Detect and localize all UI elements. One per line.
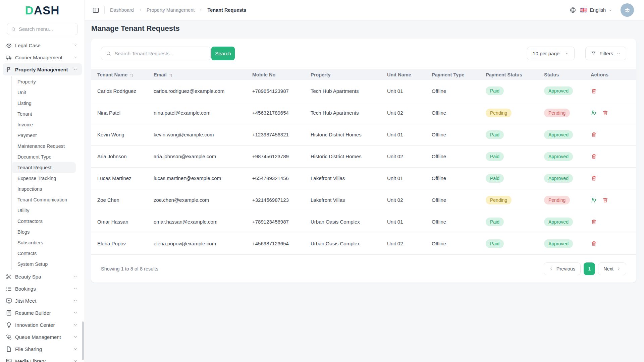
sidebar-item-innovation-center[interactable]: Innovation Center	[3, 319, 82, 331]
sidebar-subitem-utility[interactable]: Utility	[12, 205, 76, 216]
payment-type-cell: Offline	[432, 80, 486, 102]
sidebar-toggle-button[interactable]	[92, 7, 99, 14]
next-label: Next	[603, 266, 613, 272]
mobile-cell: +456987123654	[252, 233, 311, 254]
sidebar-subitem-property[interactable]: Property	[12, 76, 76, 87]
unit-cell: Unit 02	[387, 233, 432, 254]
scissors-icon	[6, 274, 12, 280]
actions-cell	[591, 145, 636, 167]
person-add-icon	[591, 197, 597, 203]
sidebar-subitem-inspections[interactable]: Inspections	[12, 184, 76, 194]
payment_status-badge: Paid	[486, 130, 504, 139]
sidebar-subitem-listing[interactable]: Listing	[12, 98, 76, 109]
property-cell: Urban Oasis Complex	[311, 233, 387, 254]
mobile-cell: +789123456987	[252, 211, 311, 233]
topbar: DashboardProperty ManagementTenant Reque…	[85, 0, 644, 20]
sidebar-item-property-management[interactable]: Property Management	[3, 63, 82, 75]
lightbulb-icon	[6, 322, 12, 328]
previous-page-button[interactable]: Previous	[544, 262, 581, 275]
breadcrumb-property-management[interactable]: Property Management	[147, 7, 195, 13]
sidebar-subitem-system-setup[interactable]: System Setup	[12, 259, 76, 269]
sidebar-search	[7, 23, 78, 35]
pagination: Previous 1 Next	[544, 262, 626, 275]
trash-icon	[591, 175, 597, 181]
sidebar-subitem-maintenance-request[interactable]: Maintenance Request	[12, 141, 76, 152]
col-header-payment-type: Payment Type	[432, 69, 486, 80]
table-search-input[interactable]	[115, 51, 206, 56]
payment-type-cell: Offline	[432, 189, 486, 211]
tenant-name-cell: Kevin Wong	[91, 124, 154, 145]
delete-button[interactable]	[591, 88, 597, 94]
globe-icon[interactable]	[570, 7, 576, 13]
logo-accent-letter: D	[25, 4, 34, 17]
payment-type-cell: Offline	[432, 124, 486, 145]
previous-label: Previous	[556, 266, 575, 272]
page-number-button[interactable]: 1	[584, 262, 595, 275]
sidebar-subitem-unit[interactable]: Unit	[12, 87, 76, 98]
app-logo: DASH	[0, 0, 85, 21]
approve-tenant-button[interactable]	[591, 110, 597, 116]
delete-button[interactable]	[602, 110, 608, 116]
property-icon	[6, 66, 12, 73]
status-cell: Pending	[544, 189, 591, 211]
sidebar-subitem-tenant-communication[interactable]: Tenant Communication	[12, 194, 76, 205]
delete-button[interactable]	[591, 175, 597, 181]
sidebar-subitem-payment[interactable]: Payment	[12, 130, 76, 141]
sort-icon: ↑↓	[130, 72, 133, 77]
sidebar-item-resume-builder[interactable]: Resume Builder	[3, 307, 82, 319]
status-badge: Approved	[544, 130, 573, 139]
table-search-field	[101, 47, 211, 60]
payment_status-badge: Paid	[486, 86, 504, 95]
sidebar-item-bookings[interactable]: Bookings	[3, 283, 82, 295]
tenant-name-cell: Elena Popov	[91, 233, 154, 254]
col-header-tenant-name[interactable]: Tenant Name↑↓	[91, 69, 154, 80]
sidebar-subitem-contacts[interactable]: Contacts	[12, 248, 76, 259]
sidebar-subitem-tenant-request[interactable]: Tenant Request	[12, 162, 76, 173]
sidebar-subitem-expense-tracking[interactable]: Expense Tracking	[12, 173, 76, 184]
search-button[interactable]: Search	[211, 47, 235, 60]
status-cell: Approved	[544, 167, 591, 189]
status-cell: Approved	[544, 124, 591, 145]
email-cell: lucas.martinez@example.com	[154, 167, 252, 189]
delete-button[interactable]	[591, 219, 597, 225]
unit-cell: Unit 01	[387, 124, 432, 145]
email-cell: zoe.chen@example.com	[154, 189, 252, 211]
sidebar-item-label: Legal Case	[15, 43, 70, 48]
sidebar-item-jitsi-meet[interactable]: Jitsi Meet	[3, 295, 82, 307]
next-page-button[interactable]: Next	[598, 262, 626, 275]
delete-button[interactable]	[591, 240, 597, 247]
language-select[interactable]: English	[580, 7, 612, 13]
topbar-divider	[104, 6, 105, 14]
sidebar-subitem-invoice[interactable]: Invoice	[12, 119, 76, 130]
sidebar-item-media-library[interactable]: Media Library	[3, 355, 82, 362]
main-area: DashboardProperty ManagementTenant Reque…	[85, 0, 644, 362]
sidebar-subitem-tenant[interactable]: Tenant	[12, 109, 76, 119]
chevron-down-icon	[608, 8, 612, 12]
sidebar-subitem-subscribers[interactable]: Subscribers	[12, 237, 76, 248]
sidebar-subitem-document-type[interactable]: Document Type	[12, 152, 76, 162]
table-row: Lucas Martinezlucas.martinez@example.com…	[91, 167, 636, 189]
chevron-down-icon	[73, 274, 78, 279]
breadcrumb-dashboard[interactable]: Dashboard	[110, 7, 134, 13]
delete-button[interactable]	[602, 197, 608, 203]
sidebar-search-input[interactable]	[19, 26, 73, 32]
payment_status-badge: Paid	[486, 239, 504, 248]
sidebar-item-courier-management[interactable]: Courier Management	[3, 51, 82, 63]
approve-tenant-button[interactable]	[591, 197, 597, 203]
payment_status-badge: Paid	[486, 174, 504, 183]
col-header-email[interactable]: Email↑↓	[154, 69, 252, 80]
per-page-select[interactable]: 10 per page	[527, 47, 575, 60]
delete-button[interactable]	[591, 153, 597, 160]
delete-button[interactable]	[591, 131, 597, 138]
chevron-down-icon	[73, 286, 78, 291]
avatar[interactable]	[621, 3, 634, 17]
sidebar-subitem-blogs[interactable]: Blogs	[12, 227, 76, 237]
payment-type-cell: Offline	[432, 167, 486, 189]
sidebar-item-beauty-spa[interactable]: Beauty Spa	[3, 270, 82, 283]
filters-button[interactable]: Filters	[585, 47, 626, 60]
sidebar-item-queue-management[interactable]: Queue Management	[3, 331, 82, 343]
email-cell: omar.hassan@example.com	[154, 211, 252, 233]
sidebar-subitem-contractors[interactable]: Contractors	[12, 216, 76, 227]
sidebar-item-file-sharing[interactable]: File Sharing	[3, 343, 82, 355]
sidebar-item-legal-case[interactable]: Legal Case	[3, 39, 82, 51]
